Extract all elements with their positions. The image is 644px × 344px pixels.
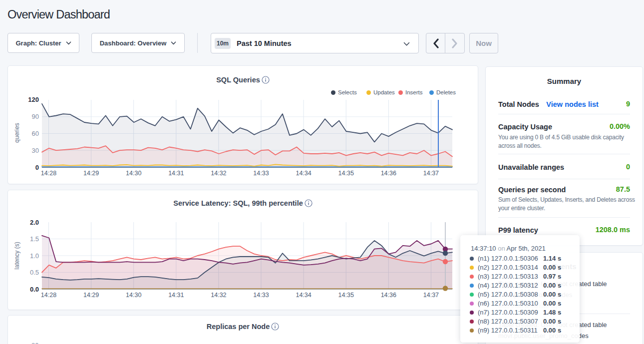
svg-text:2.0: 2.0 — [30, 219, 39, 226]
svg-text:1.5: 1.5 — [30, 235, 39, 243]
svg-text:14:34: 14:34 — [296, 170, 311, 177]
svg-text:14:34: 14:34 — [296, 292, 311, 299]
svg-text:14:36: 14:36 — [381, 292, 396, 299]
svg-text:14:28: 14:28 — [41, 292, 56, 299]
svg-text:14:37: 14:37 — [423, 292, 439, 299]
svg-text:14:28: 14:28 — [41, 170, 56, 177]
svg-text:14:33: 14:33 — [253, 292, 269, 299]
svg-text:120: 120 — [28, 96, 39, 103]
svg-text:14:37: 14:37 — [423, 170, 439, 177]
svg-text:14:35: 14:35 — [338, 292, 354, 299]
svg-text:latency (s): latency (s) — [13, 242, 20, 269]
svg-text:14:36: 14:36 — [381, 170, 396, 177]
svg-text:queries: queries — [13, 123, 20, 142]
svg-text:14:30: 14:30 — [126, 170, 141, 177]
svg-text:14:29: 14:29 — [83, 292, 99, 299]
svg-text:14:33: 14:33 — [253, 170, 269, 177]
svg-text:14:29: 14:29 — [83, 170, 99, 177]
svg-text:14:32: 14:32 — [211, 292, 226, 299]
svg-text:14:31: 14:31 — [168, 292, 184, 299]
svg-text:90: 90 — [32, 113, 39, 120]
svg-text:1.0: 1.0 — [30, 252, 39, 260]
svg-text:0.5: 0.5 — [30, 269, 39, 276]
svg-text:14:32: 14:32 — [211, 170, 226, 177]
svg-text:14:31: 14:31 — [168, 170, 184, 177]
svg-text:0: 0 — [35, 164, 39, 171]
svg-text:0.0: 0.0 — [30, 286, 39, 293]
svg-text:60: 60 — [32, 130, 39, 137]
svg-text:14:35: 14:35 — [338, 170, 354, 177]
svg-text:30: 30 — [32, 147, 39, 154]
svg-text:14:30: 14:30 — [126, 292, 141, 299]
